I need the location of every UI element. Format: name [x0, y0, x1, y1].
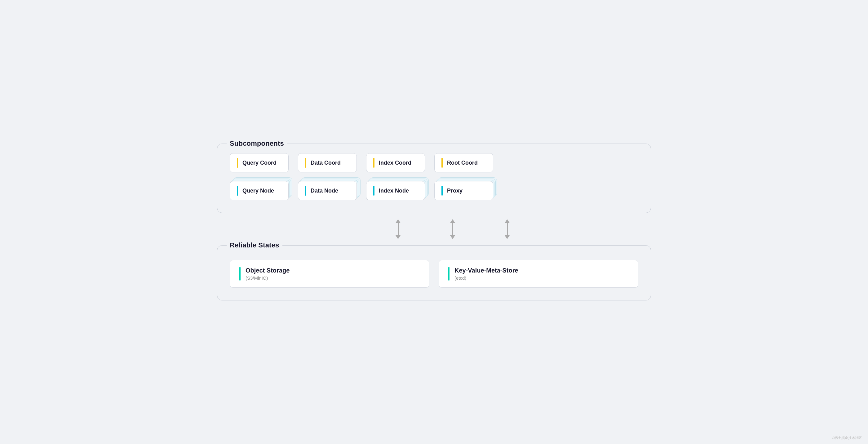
proxy-card: Proxy — [434, 181, 493, 200]
reliable-states-label: Reliable States — [227, 241, 282, 249]
kv-store-accent — [448, 267, 450, 280]
data-node-label: Data Node — [311, 187, 338, 194]
index-coord-card: Index Coord — [366, 153, 425, 172]
data-node-stack: Data Node — [298, 181, 357, 200]
query-node-label: Query Node — [242, 187, 274, 194]
kv-store-card: Key-Value-Meta-Store (etcd) — [439, 260, 638, 288]
arrow-3 — [505, 219, 509, 239]
object-storage-subtitle: (S3/MinIO) — [246, 275, 289, 280]
data-node-accent — [305, 186, 306, 196]
query-coord-label: Query Coord — [242, 160, 277, 166]
arrow-3-up — [505, 219, 509, 223]
arrow-2-down — [450, 235, 455, 239]
data-coord-card: Data Coord — [298, 153, 357, 172]
index-node-label: Index Node — [379, 187, 409, 194]
index-node-stack: Index Node — [366, 181, 425, 200]
arrow-1 — [396, 219, 401, 239]
subcomponents-section: Subcomponents Query Coord Data Coord Ind… — [217, 144, 651, 213]
proxy-stack: Proxy — [434, 181, 493, 200]
root-coord-accent — [441, 158, 443, 168]
query-node-card: Query Node — [230, 181, 289, 200]
object-storage-accent — [239, 267, 241, 280]
arrows-section — [254, 213, 651, 245]
data-coord-label: Data Coord — [311, 160, 341, 166]
coord-row: Query Coord Data Coord Index Coord Root … — [230, 153, 638, 172]
query-node-accent — [237, 186, 238, 196]
object-storage-card: Object Storage (S3/MinIO) — [230, 260, 429, 288]
watermark: ©稀土掘金技术社区 — [832, 436, 862, 440]
storage-row: Object Storage (S3/MinIO) Key-Value-Meta… — [230, 260, 638, 288]
index-coord-label: Index Coord — [379, 160, 411, 166]
index-node-accent — [373, 186, 374, 196]
arrow-3-down — [505, 235, 509, 239]
subcomponents-label: Subcomponents — [227, 140, 287, 148]
diagram-container: Subcomponents Query Coord Data Coord Ind… — [217, 144, 651, 300]
arrow-1-down — [396, 235, 401, 239]
object-storage-title: Object Storage — [246, 267, 289, 274]
kv-store-content: Key-Value-Meta-Store (etcd) — [455, 267, 518, 280]
arrow-1-shaft — [398, 223, 399, 235]
arrow-2 — [450, 219, 455, 239]
proxy-accent — [441, 186, 443, 196]
data-coord-accent — [305, 158, 306, 168]
proxy-label: Proxy — [447, 187, 463, 194]
root-coord-label: Root Coord — [447, 160, 478, 166]
arrow-3-shaft — [507, 223, 508, 235]
arrow-2-shaft — [452, 223, 453, 235]
kv-store-title: Key-Value-Meta-Store — [455, 267, 518, 274]
query-coord-accent — [237, 158, 238, 168]
arrow-1-up — [396, 219, 401, 223]
query-node-stack: Query Node — [230, 181, 289, 200]
data-node-card: Data Node — [298, 181, 357, 200]
arrow-2-up — [450, 219, 455, 223]
index-node-card: Index Node — [366, 181, 425, 200]
kv-store-subtitle: (etcd) — [455, 275, 518, 280]
reliable-states-section: Reliable States Object Storage (S3/MinIO… — [217, 245, 651, 300]
node-row: Query Node Data Node Index Node — [230, 181, 638, 200]
index-coord-accent — [373, 158, 374, 168]
object-storage-content: Object Storage (S3/MinIO) — [246, 267, 289, 280]
query-coord-card: Query Coord — [230, 153, 289, 172]
root-coord-card: Root Coord — [434, 153, 493, 172]
